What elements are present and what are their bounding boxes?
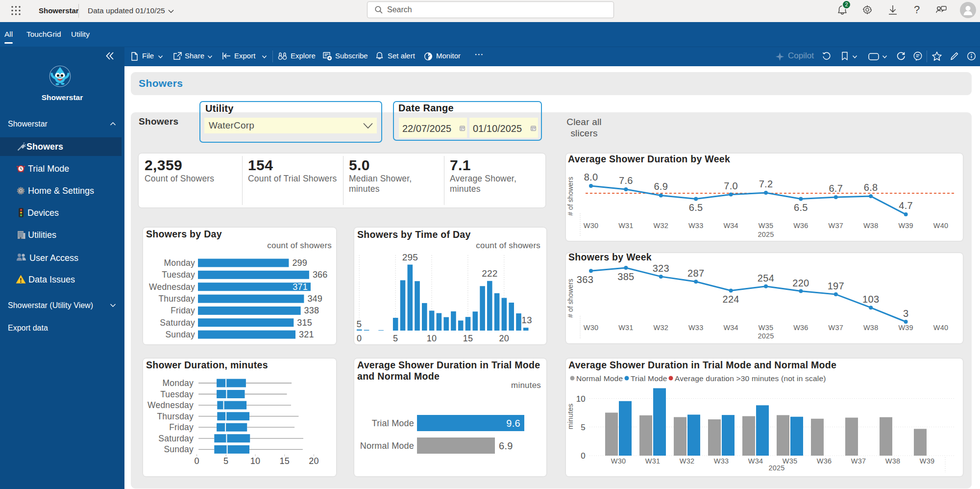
svg-text:minutes: minutes xyxy=(511,381,541,390)
svg-text:count of showers: count of showers xyxy=(476,241,540,250)
svg-text:Trial Mode: Trial Mode xyxy=(631,374,667,383)
svg-text:7.0: 7.0 xyxy=(724,180,738,191)
svg-text:6.8: 6.8 xyxy=(864,182,878,193)
svg-text:Friday: Friday xyxy=(171,306,195,315)
svg-text:15: 15 xyxy=(463,334,473,343)
svg-text:385: 385 xyxy=(617,271,634,282)
svg-text:Trial Mode: Trial Mode xyxy=(372,418,414,428)
svg-text:6.5: 6.5 xyxy=(689,202,703,213)
svg-text:6.7: 6.7 xyxy=(829,183,843,194)
svg-text:323: 323 xyxy=(653,263,669,274)
svg-text:Average Shower Duration in Tri: Average Shower Duration in Trial Mode xyxy=(357,360,540,370)
svg-text:W36: W36 xyxy=(793,222,808,230)
svg-text:5: 5 xyxy=(357,319,362,329)
svg-text:W40: W40 xyxy=(933,324,948,332)
svg-text:W32: W32 xyxy=(680,457,694,465)
svg-text:W32: W32 xyxy=(654,222,668,230)
svg-text:W38: W38 xyxy=(863,324,878,332)
svg-text:287: 287 xyxy=(687,268,704,279)
svg-text:Friday: Friday xyxy=(169,422,194,432)
svg-text:# of showers: # of showers xyxy=(566,177,574,215)
svg-text:Sunday: Sunday xyxy=(165,330,195,339)
svg-text:W37: W37 xyxy=(829,324,843,332)
svg-text:20: 20 xyxy=(499,334,509,343)
svg-text:Average Shower Duration in Tri: Average Shower Duration in Trial Mode an… xyxy=(568,360,836,370)
svg-text:Average duration >30 minutes (: Average duration >30 minutes (not in sca… xyxy=(675,374,826,383)
svg-text:349: 349 xyxy=(307,294,322,304)
svg-text:20: 20 xyxy=(309,456,318,466)
svg-text:366: 366 xyxy=(313,270,328,280)
svg-text:13: 13 xyxy=(521,315,532,325)
svg-text:Saturday: Saturday xyxy=(158,434,194,443)
svg-text:Normal Mode: Normal Mode xyxy=(576,374,623,383)
svg-text:Showers by Time of Day: Showers by Time of Day xyxy=(357,229,471,240)
svg-text:W38: W38 xyxy=(885,457,900,465)
svg-text:6.5: 6.5 xyxy=(794,202,808,213)
svg-text:W30: W30 xyxy=(584,324,598,332)
svg-text:W33: W33 xyxy=(688,222,703,230)
svg-text:W31: W31 xyxy=(618,324,633,332)
svg-text:Tuesday: Tuesday xyxy=(162,270,195,280)
svg-text:Showers by Day: Showers by Day xyxy=(146,229,222,239)
svg-text:371: 371 xyxy=(293,282,308,292)
svg-text:Saturday: Saturday xyxy=(160,318,195,328)
svg-text:103: 103 xyxy=(862,294,879,305)
svg-text:W37: W37 xyxy=(851,457,866,465)
svg-text:Tuesday: Tuesday xyxy=(160,389,194,399)
svg-text:299: 299 xyxy=(292,258,307,268)
svg-text:338: 338 xyxy=(304,306,319,315)
svg-text:W38: W38 xyxy=(863,222,878,230)
svg-text:315: 315 xyxy=(297,318,312,328)
svg-text:W33: W33 xyxy=(714,457,729,465)
svg-text:7.2: 7.2 xyxy=(759,179,773,189)
svg-text:Sunday: Sunday xyxy=(164,444,194,454)
svg-text:W40: W40 xyxy=(933,222,948,230)
svg-text:0: 0 xyxy=(194,456,199,466)
svg-text:9.6: 9.6 xyxy=(506,418,520,429)
svg-text:2025: 2025 xyxy=(768,464,784,472)
svg-text:W36: W36 xyxy=(793,324,808,332)
svg-text:W31: W31 xyxy=(618,222,633,230)
svg-text:W39: W39 xyxy=(920,457,934,465)
svg-text:363: 363 xyxy=(577,274,593,285)
svg-text:W33: W33 xyxy=(688,324,703,332)
svg-text:220: 220 xyxy=(792,278,809,288)
svg-text:3: 3 xyxy=(903,308,908,319)
svg-text:15: 15 xyxy=(280,456,290,466)
svg-text:W32: W32 xyxy=(654,324,668,332)
svg-text:6.9: 6.9 xyxy=(654,181,668,192)
svg-text:10: 10 xyxy=(576,394,586,404)
svg-text:5: 5 xyxy=(581,423,586,432)
svg-text:0: 0 xyxy=(581,451,586,461)
svg-text:Shower Duration, minutes: Shower Duration, minutes xyxy=(146,360,268,370)
svg-text:W35: W35 xyxy=(759,222,773,230)
svg-text:W39: W39 xyxy=(898,222,913,230)
svg-text:8.0: 8.0 xyxy=(584,172,598,182)
svg-text:7.6: 7.6 xyxy=(619,175,633,186)
svg-text:W34: W34 xyxy=(748,457,763,465)
svg-text:295: 295 xyxy=(402,252,418,262)
svg-text:W35: W35 xyxy=(759,324,773,332)
svg-text:and Normal Mode: and Normal Mode xyxy=(357,371,440,382)
svg-text:W39: W39 xyxy=(898,324,913,332)
svg-text:W30: W30 xyxy=(611,457,626,465)
svg-text:W34: W34 xyxy=(723,222,738,230)
svg-text:4.7: 4.7 xyxy=(899,200,913,211)
svg-text:5: 5 xyxy=(223,456,228,466)
svg-text:2025: 2025 xyxy=(758,231,774,238)
svg-text:count of showers: count of showers xyxy=(267,241,332,250)
svg-text:Showers by Week: Showers by Week xyxy=(568,253,652,262)
svg-text:5: 5 xyxy=(393,334,398,343)
svg-text:Thursday: Thursday xyxy=(157,412,194,421)
svg-text:W30: W30 xyxy=(584,222,598,230)
svg-text:Normal Mode: Normal Mode xyxy=(360,441,414,451)
svg-text:224: 224 xyxy=(722,294,739,305)
svg-text:W36: W36 xyxy=(817,457,832,465)
svg-text:10: 10 xyxy=(250,456,260,466)
svg-text:W31: W31 xyxy=(645,457,660,465)
svg-text:Monday: Monday xyxy=(163,378,194,388)
svg-text:W34: W34 xyxy=(723,324,738,332)
svg-text:minutes: minutes xyxy=(566,404,574,430)
svg-text:321: 321 xyxy=(299,330,314,339)
svg-text:0: 0 xyxy=(357,334,362,343)
